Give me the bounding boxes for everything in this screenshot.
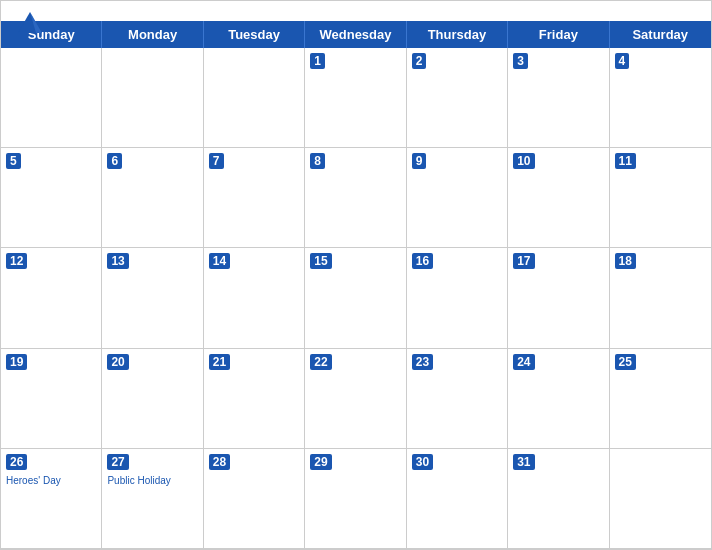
day-number: 7 [209,153,224,169]
day-cell: 13 [102,248,203,348]
day-cell: 11 [610,148,711,248]
day-number: 13 [107,253,128,269]
day-cell: 19 [1,349,102,449]
day-number: 29 [310,454,331,470]
holiday-label: Heroes' Day [6,474,96,487]
day-cell: 14 [204,248,305,348]
day-number: 16 [412,253,433,269]
day-number: 23 [412,354,433,370]
day-number: 19 [6,354,27,370]
weekday-header-friday: Friday [508,21,609,48]
day-cell: 5 [1,148,102,248]
day-cell: 9 [407,148,508,248]
day-cell: 28 [204,449,305,549]
day-number: 24 [513,354,534,370]
day-cell: 18 [610,248,711,348]
day-number: 31 [513,454,534,470]
day-number: 25 [615,354,636,370]
day-cell: 1 [305,48,406,148]
day-cell: 10 [508,148,609,248]
day-cell [204,48,305,148]
day-cell: 4 [610,48,711,148]
logo [15,9,49,39]
day-number: 17 [513,253,534,269]
day-cell: 15 [305,248,406,348]
day-cell: 17 [508,248,609,348]
day-cell: 24 [508,349,609,449]
day-number: 4 [615,53,630,69]
day-cell: 30 [407,449,508,549]
day-cell: 16 [407,248,508,348]
day-number: 2 [412,53,427,69]
day-number: 1 [310,53,325,69]
day-number: 15 [310,253,331,269]
day-number: 28 [209,454,230,470]
day-cell [102,48,203,148]
day-cell: 8 [305,148,406,248]
calendar-container: SundayMondayTuesdayWednesdayThursdayFrid… [0,0,712,550]
calendar-header [1,1,711,21]
weekdays-row: SundayMondayTuesdayWednesdayThursdayFrid… [1,21,711,48]
day-number: 26 [6,454,27,470]
day-cell: 2 [407,48,508,148]
day-number: 11 [615,153,636,169]
weekday-header-tuesday: Tuesday [204,21,305,48]
day-cell: 6 [102,148,203,248]
day-number: 8 [310,153,325,169]
day-cell: 12 [1,248,102,348]
day-cell: 25 [610,349,711,449]
day-cell: 3 [508,48,609,148]
day-number: 14 [209,253,230,269]
day-number: 10 [513,153,534,169]
day-number: 5 [6,153,21,169]
day-cell [1,48,102,148]
day-number: 6 [107,153,122,169]
day-cell: 7 [204,148,305,248]
day-number: 20 [107,354,128,370]
day-cell: 26Heroes' Day [1,449,102,549]
day-number: 3 [513,53,528,69]
day-number: 18 [615,253,636,269]
day-number: 12 [6,253,27,269]
logo-icon [15,9,45,39]
day-cell: 29 [305,449,406,549]
calendar-grid: 1234567891011121314151617181920212223242… [1,48,711,549]
weekday-header-monday: Monday [102,21,203,48]
day-number: 21 [209,354,230,370]
day-cell: 22 [305,349,406,449]
weekday-header-saturday: Saturday [610,21,711,48]
day-number: 30 [412,454,433,470]
weekday-header-wednesday: Wednesday [305,21,406,48]
weekday-header-thursday: Thursday [407,21,508,48]
day-cell: 31 [508,449,609,549]
day-number: 9 [412,153,427,169]
day-cell: 23 [407,349,508,449]
day-cell: 21 [204,349,305,449]
day-cell: 20 [102,349,203,449]
day-cell [610,449,711,549]
day-number: 22 [310,354,331,370]
holiday-label: Public Holiday [107,474,197,487]
day-number: 27 [107,454,128,470]
day-cell: 27Public Holiday [102,449,203,549]
